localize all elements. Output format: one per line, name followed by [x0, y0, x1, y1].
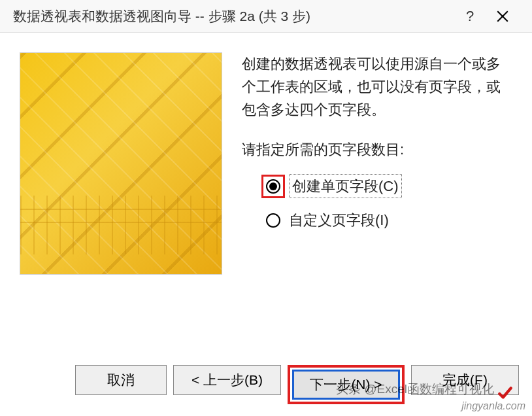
help-button[interactable]: ? — [454, 3, 486, 29]
watermark-text-1: 头条 @Excel函数编程可视化 — [336, 381, 494, 398]
checkmark-badge-icon — [497, 385, 514, 402]
cancel-button[interactable]: 取消 — [75, 365, 167, 395]
description-text: 创建的数据透视表可以使用源自一个或多个工作表的区域，也可以没有页字段，或包含多达… — [242, 52, 512, 122]
watermark-text-2: jingyanla.com — [461, 400, 525, 412]
radio-dot-icon — [269, 182, 277, 190]
radio-indicator — [261, 209, 285, 232]
window-title: 数据透视表和数据透视图向导 -- 步骤 2a (共 3 步) — [13, 7, 454, 26]
titlebar: 数据透视表和数据透视图向导 -- 步骤 2a (共 3 步) ? — [0, 0, 532, 33]
cancel-button-wrap: 取消 — [75, 365, 167, 404]
radio-create-single-page-field[interactable]: 创建单页字段(C) — [261, 171, 512, 202]
radio-circle-icon — [266, 213, 280, 228]
options-panel: 创建的数据透视表可以使用源自一个或多个工作表的区域，也可以没有页字段，或包含多达… — [242, 52, 512, 275]
radio-indicator — [261, 175, 285, 198]
prompt-text: 请指定所需的页字段数目: — [242, 138, 512, 161]
wizard-illustration — [20, 52, 222, 275]
radio-label: 创建单页字段(C) — [289, 174, 402, 198]
radio-custom-page-field[interactable]: 自定义页字段(I) — [261, 205, 512, 236]
dialog-content: 创建的数据透视表可以使用源自一个或多个工作表的区域，也可以没有页字段，或包含多达… — [0, 33, 532, 288]
page-field-radio-group: 创建单页字段(C) 自定义页字段(I) — [242, 171, 512, 236]
radio-label: 自定义页字段(I) — [289, 209, 389, 232]
close-button[interactable] — [486, 3, 519, 29]
radio-circle-icon — [266, 179, 280, 194]
back-button[interactable]: < 上一步(B) — [173, 365, 281, 395]
back-button-wrap: < 上一步(B) — [173, 365, 281, 404]
help-icon: ? — [466, 8, 474, 25]
close-icon — [497, 10, 508, 22]
